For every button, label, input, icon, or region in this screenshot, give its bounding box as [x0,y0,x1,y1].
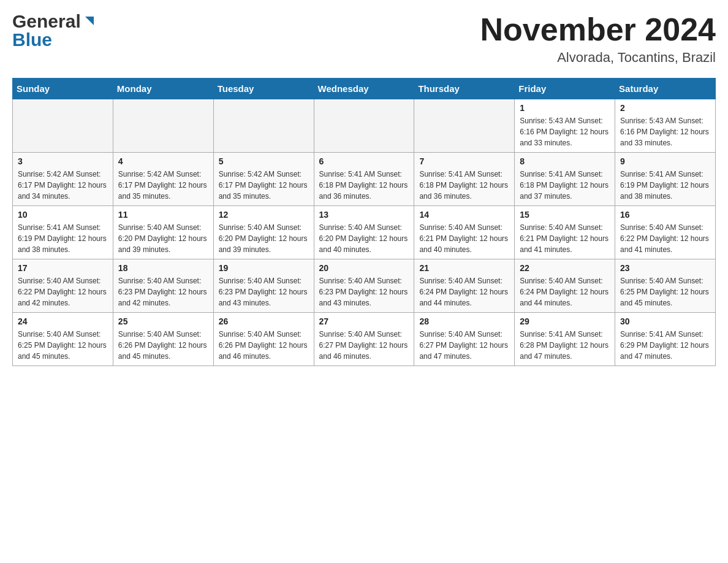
logo-general: General [12,12,96,31]
day-number: 27 [319,316,409,326]
day-info: Sunrise: 5:40 AM Sunset: 6:21 PM Dayligh… [419,222,509,255]
day-number: 7 [419,156,509,166]
day-cell: 15Sunrise: 5:40 AM Sunset: 6:21 PM Dayli… [515,206,615,259]
day-info: Sunrise: 5:41 AM Sunset: 6:28 PM Dayligh… [520,329,610,362]
day-cell: 21Sunrise: 5:40 AM Sunset: 6:24 PM Dayli… [414,259,515,313]
day-number: 29 [520,316,610,326]
week-row-4: 17Sunrise: 5:40 AM Sunset: 6:22 PM Dayli… [13,259,716,313]
day-info: Sunrise: 5:41 AM Sunset: 6:19 PM Dayligh… [18,222,108,255]
day-cell: 2Sunrise: 5:43 AM Sunset: 6:16 PM Daylig… [615,99,716,153]
day-cell: 30Sunrise: 5:41 AM Sunset: 6:29 PM Dayli… [615,313,716,366]
week-row-2: 3Sunrise: 5:42 AM Sunset: 6:17 PM Daylig… [13,153,716,206]
day-info: Sunrise: 5:41 AM Sunset: 6:29 PM Dayligh… [620,329,710,362]
col-wednesday: Wednesday [314,79,414,99]
day-number: 26 [219,316,309,326]
day-cell: 23Sunrise: 5:40 AM Sunset: 6:25 PM Dayli… [615,259,716,313]
day-number: 11 [118,210,208,220]
day-info: Sunrise: 5:40 AM Sunset: 6:27 PM Dayligh… [319,329,409,362]
week-row-3: 10Sunrise: 5:41 AM Sunset: 6:19 PM Dayli… [13,206,716,259]
day-number: 21 [419,263,509,273]
week-row-1: 1Sunrise: 5:43 AM Sunset: 6:16 PM Daylig… [13,99,716,153]
day-info: Sunrise: 5:40 AM Sunset: 6:23 PM Dayligh… [118,275,208,308]
day-number: 6 [319,156,409,166]
day-cell [414,99,515,153]
logo: General Blue [12,12,96,49]
col-thursday: Thursday [414,79,515,99]
day-cell: 17Sunrise: 5:40 AM Sunset: 6:22 PM Dayli… [13,259,113,313]
day-cell: 1Sunrise: 5:43 AM Sunset: 6:16 PM Daylig… [515,99,615,153]
day-cell: 20Sunrise: 5:40 AM Sunset: 6:23 PM Dayli… [314,259,414,313]
day-info: Sunrise: 5:40 AM Sunset: 6:22 PM Dayligh… [620,222,710,255]
title-area: November 2024 Alvorada, Tocantins, Brazi… [480,12,716,66]
day-info: Sunrise: 5:40 AM Sunset: 6:20 PM Dayligh… [319,222,409,255]
day-cell: 22Sunrise: 5:40 AM Sunset: 6:24 PM Dayli… [515,259,615,313]
day-info: Sunrise: 5:40 AM Sunset: 6:21 PM Dayligh… [520,222,610,255]
day-info: Sunrise: 5:40 AM Sunset: 6:26 PM Dayligh… [118,329,208,362]
calendar-header-row: Sunday Monday Tuesday Wednesday Thursday… [13,79,716,99]
day-info: Sunrise: 5:41 AM Sunset: 6:19 PM Dayligh… [620,169,710,202]
day-cell: 14Sunrise: 5:40 AM Sunset: 6:21 PM Dayli… [414,206,515,259]
logo-arrow-icon [83,14,96,28]
day-info: Sunrise: 5:41 AM Sunset: 6:18 PM Dayligh… [520,169,610,202]
day-info: Sunrise: 5:40 AM Sunset: 6:26 PM Dayligh… [219,329,309,362]
day-cell: 4Sunrise: 5:42 AM Sunset: 6:17 PM Daylig… [113,153,213,206]
day-number: 17 [18,263,108,273]
day-number: 5 [219,156,309,166]
day-number: 3 [18,156,108,166]
day-cell: 10Sunrise: 5:41 AM Sunset: 6:19 PM Dayli… [13,206,113,259]
day-number: 22 [520,263,610,273]
day-cell: 7Sunrise: 5:41 AM Sunset: 6:18 PM Daylig… [414,153,515,206]
day-cell: 3Sunrise: 5:42 AM Sunset: 6:17 PM Daylig… [13,153,113,206]
day-info: Sunrise: 5:40 AM Sunset: 6:20 PM Dayligh… [219,222,309,255]
col-sunday: Sunday [13,79,113,99]
day-cell: 6Sunrise: 5:41 AM Sunset: 6:18 PM Daylig… [314,153,414,206]
col-monday: Monday [113,79,213,99]
day-info: Sunrise: 5:42 AM Sunset: 6:17 PM Dayligh… [18,169,108,202]
day-number: 18 [118,263,208,273]
week-row-5: 24Sunrise: 5:40 AM Sunset: 6:25 PM Dayli… [13,313,716,366]
day-number: 15 [520,210,610,220]
day-info: Sunrise: 5:43 AM Sunset: 6:16 PM Dayligh… [620,115,710,148]
calendar-table: Sunday Monday Tuesday Wednesday Thursday… [12,78,716,366]
day-cell: 18Sunrise: 5:40 AM Sunset: 6:23 PM Dayli… [113,259,213,313]
col-friday: Friday [515,79,615,99]
day-info: Sunrise: 5:40 AM Sunset: 6:24 PM Dayligh… [419,275,509,308]
day-number: 30 [620,316,710,326]
day-cell [213,99,314,153]
day-cell: 8Sunrise: 5:41 AM Sunset: 6:18 PM Daylig… [515,153,615,206]
day-cell: 9Sunrise: 5:41 AM Sunset: 6:19 PM Daylig… [615,153,716,206]
day-number: 16 [620,210,710,220]
day-number: 14 [419,210,509,220]
day-info: Sunrise: 5:41 AM Sunset: 6:18 PM Dayligh… [319,169,409,202]
day-number: 4 [118,156,208,166]
col-saturday: Saturday [615,79,716,99]
day-cell [314,99,414,153]
day-number: 9 [620,156,710,166]
month-title: November 2024 [480,12,716,47]
day-cell: 29Sunrise: 5:41 AM Sunset: 6:28 PM Dayli… [515,313,615,366]
day-info: Sunrise: 5:42 AM Sunset: 6:17 PM Dayligh… [219,169,309,202]
day-cell: 25Sunrise: 5:40 AM Sunset: 6:26 PM Dayli… [113,313,213,366]
day-number: 1 [520,103,610,113]
day-cell [113,99,213,153]
day-info: Sunrise: 5:41 AM Sunset: 6:18 PM Dayligh… [419,169,509,202]
day-cell [13,99,113,153]
day-info: Sunrise: 5:42 AM Sunset: 6:17 PM Dayligh… [118,169,208,202]
day-cell: 19Sunrise: 5:40 AM Sunset: 6:23 PM Dayli… [213,259,314,313]
day-info: Sunrise: 5:43 AM Sunset: 6:16 PM Dayligh… [520,115,610,148]
day-cell: 24Sunrise: 5:40 AM Sunset: 6:25 PM Dayli… [13,313,113,366]
day-cell: 28Sunrise: 5:40 AM Sunset: 6:27 PM Dayli… [414,313,515,366]
day-number: 28 [419,316,509,326]
location: Alvorada, Tocantins, Brazil [480,50,716,66]
day-number: 2 [620,103,710,113]
svg-marker-0 [85,17,94,25]
day-info: Sunrise: 5:40 AM Sunset: 6:24 PM Dayligh… [520,275,610,308]
day-info: Sunrise: 5:40 AM Sunset: 6:27 PM Dayligh… [419,329,509,362]
day-number: 24 [18,316,108,326]
day-cell: 27Sunrise: 5:40 AM Sunset: 6:27 PM Dayli… [314,313,414,366]
day-info: Sunrise: 5:40 AM Sunset: 6:20 PM Dayligh… [118,222,208,255]
day-number: 8 [520,156,610,166]
day-info: Sunrise: 5:40 AM Sunset: 6:25 PM Dayligh… [620,275,710,308]
day-info: Sunrise: 5:40 AM Sunset: 6:22 PM Dayligh… [18,275,108,308]
day-number: 23 [620,263,710,273]
